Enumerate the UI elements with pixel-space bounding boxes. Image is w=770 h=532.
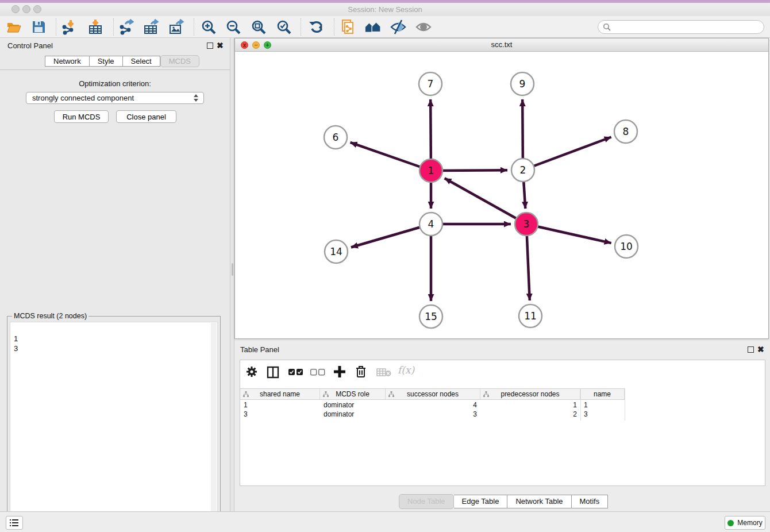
select-all-columns-icon[interactable] — [288, 369, 303, 376]
minimize-window-icon[interactable] — [22, 5, 30, 13]
control-panel-tabs: NetworkStyleSelectMCDS — [45, 56, 199, 67]
edge-1-6[interactable] — [351, 142, 432, 171]
panel-splitter[interactable] — [230, 38, 234, 511]
close-panel-icon[interactable]: ✖ — [217, 41, 224, 50]
edge-4-14[interactable] — [351, 224, 431, 248]
node-label-8: 8 — [623, 126, 629, 137]
column-header-successor-nodes[interactable]: successor nodes — [386, 389, 480, 399]
export-table-icon[interactable] — [143, 19, 159, 35]
show-panel-icon[interactable] — [415, 19, 432, 35]
float-table-panel-icon[interactable] — [748, 346, 754, 353]
titlebar[interactable]: Session: New Session — [0, 3, 770, 16]
column-header-predecessor-nodes[interactable]: predecessor nodes — [480, 389, 580, 399]
import-table-icon[interactable] — [87, 19, 103, 35]
cell-shared-name[interactable]: 1 — [240, 400, 320, 410]
export-image-icon[interactable] — [168, 19, 184, 35]
tab-motifs[interactable]: Motifs — [572, 495, 609, 508]
open-session-icon[interactable] — [6, 19, 22, 35]
hierarchy-icon — [323, 391, 329, 397]
close-table-panel-icon[interactable]: ✖ — [757, 345, 764, 354]
node-label-2: 2 — [520, 164, 526, 176]
network-canvas-svg[interactable]: 1234678910111415 — [235, 52, 768, 338]
float-panel-icon[interactable] — [207, 43, 213, 49]
hierarchy-icon — [388, 391, 394, 397]
mcds-result-title: MCDS result (2 nodes) — [12, 312, 88, 320]
cell-MCDS-role[interactable]: dominator — [320, 400, 386, 410]
import-network-icon[interactable] — [61, 19, 77, 35]
network-view-window[interactable]: scc.txt x–+ 1234678910111415 — [234, 38, 769, 339]
close-window-icon[interactable] — [11, 5, 20, 13]
cell-successor-nodes[interactable]: 3 — [386, 410, 480, 419]
zoom-out-icon[interactable] — [225, 19, 241, 35]
tab-style[interactable]: Style — [90, 56, 123, 67]
tab-select[interactable]: Select — [123, 56, 160, 67]
toolbar-separator — [194, 18, 194, 36]
close-view-icon[interactable]: x — [241, 41, 248, 49]
memory-button[interactable]: Memory — [725, 516, 765, 530]
delete-column-icon[interactable] — [355, 365, 367, 379]
table-row[interactable]: 3dominator323 — [240, 410, 625, 419]
cell-successor-nodes[interactable]: 4 — [386, 400, 480, 410]
minimize-view-icon[interactable]: – — [252, 41, 260, 49]
new-session-icon[interactable] — [340, 19, 356, 35]
cell-shared-name[interactable]: 3 — [240, 410, 320, 419]
home-icon[interactable] — [365, 19, 381, 35]
main-toolbar — [0, 16, 770, 38]
zoom-selected-icon[interactable] — [276, 19, 292, 35]
hide-panel-icon[interactable] — [390, 19, 406, 35]
refresh-layout-icon[interactable] — [309, 19, 325, 35]
cell-MCDS-role[interactable]: dominator — [320, 410, 386, 419]
table-row[interactable]: 1dominator411 — [240, 400, 625, 410]
network-window-titlebar[interactable]: scc.txt x–+ — [235, 38, 768, 52]
cell-name[interactable]: 1 — [580, 400, 625, 410]
edge-3-10[interactable] — [526, 224, 611, 243]
edge-layer — [351, 99, 611, 301]
splitter-handle[interactable] — [232, 263, 233, 276]
cell-predecessor-nodes[interactable]: 2 — [480, 410, 580, 419]
zoom-view-icon[interactable]: + — [264, 41, 271, 49]
column-header-shared-name[interactable]: shared name — [240, 389, 320, 399]
node-label-11: 11 — [524, 310, 537, 322]
zoom-fit-icon[interactable] — [251, 19, 267, 35]
tab-network-table[interactable]: Network Table — [507, 495, 571, 508]
tab-edge-table[interactable]: Edge Table — [454, 495, 508, 508]
column-header-name[interactable]: name — [580, 389, 625, 399]
cell-name[interactable]: 3 — [580, 410, 625, 419]
split-columns-icon[interactable] — [267, 366, 279, 379]
zoom-in-icon[interactable] — [201, 19, 217, 35]
mcds-result-textarea[interactable]: 1 3 — [10, 322, 218, 529]
control-panel-header: Control Panel ✖ — [0, 38, 230, 54]
delete-table-icon — [376, 368, 391, 377]
toolbar-separator — [56, 18, 56, 36]
task-history-button[interactable] — [6, 516, 23, 530]
result-scrollbar[interactable] — [211, 323, 217, 529]
search-input[interactable] — [613, 22, 764, 32]
node-label-7: 7 — [428, 78, 434, 90]
status-bar: Memory — [0, 511, 770, 532]
close-panel-button[interactable]: Close panel — [116, 110, 176, 123]
node-label-9: 9 — [519, 78, 526, 90]
optimization-criterion-select[interactable]: strongly connected component — [26, 92, 204, 104]
column-header-MCDS-role[interactable]: MCDS role — [320, 389, 386, 399]
tab-network[interactable]: Network — [45, 56, 90, 67]
tab-node-table[interactable]: Node Table — [399, 494, 454, 509]
edge-2-8[interactable] — [523, 137, 611, 171]
hierarchy-icon — [243, 391, 249, 397]
node-label-10: 10 — [620, 241, 633, 252]
column-divider — [580, 388, 581, 421]
zoom-window-icon[interactable] — [33, 5, 41, 13]
tab-mcds[interactable]: MCDS — [160, 55, 199, 67]
edge-3-1[interactable] — [445, 178, 526, 224]
add-column-icon[interactable] — [333, 365, 346, 379]
unselect-all-columns-icon[interactable] — [310, 369, 325, 376]
cell-predecessor-nodes[interactable]: 1 — [480, 400, 580, 410]
run-mcds-button[interactable]: Run MCDS — [54, 110, 109, 123]
node-label-15: 15 — [425, 311, 437, 322]
function-builder-icon: f(x) — [398, 364, 414, 376]
settings-gear-icon[interactable] — [246, 366, 257, 377]
control-panel: Control Panel ✖ NetworkStyleSelectMCDS O… — [0, 38, 230, 511]
toolbar-separator — [301, 18, 301, 36]
save-session-icon[interactable] — [30, 19, 47, 35]
search-box[interactable] — [598, 20, 764, 34]
export-network-icon[interactable] — [118, 19, 134, 35]
